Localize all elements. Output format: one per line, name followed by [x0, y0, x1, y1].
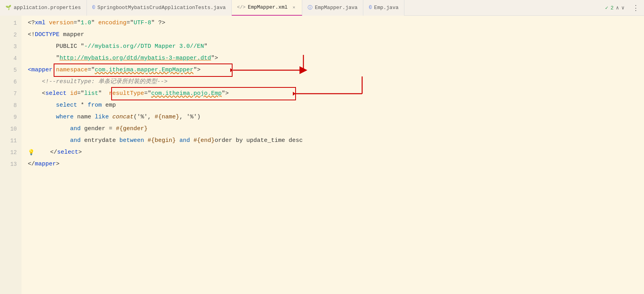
tab-label: application.properties [14, 5, 81, 11]
xml-icon: </> [237, 5, 246, 10]
code-line-5: <mapper namespace="com.itheima.mapper.Em… [28, 64, 644, 76]
line-num-4: 4 [0, 53, 17, 64]
tab-bar: 🌱 application.properties © SpringbootMyb… [0, 0, 644, 16]
code-line-11: and entrydate between #{begin} and #{end… [28, 135, 644, 147]
check-count: 2 [611, 5, 614, 11]
code-line-8: select * from emp [28, 100, 644, 111]
code-line-9: where name like concat('%', #{name}, '%'… [28, 111, 644, 123]
line-num-10: 10 [0, 123, 17, 135]
code-line-2: <!DOCTYPE mapper [28, 29, 644, 41]
c-icon-2: © [369, 5, 372, 11]
tab-empmapper-java[interactable]: ⓘ EmpMapper.java [302, 0, 363, 16]
line-num-2: 2 [0, 29, 17, 41]
line-num-8: 8 [0, 100, 17, 111]
interface-icon: ⓘ [308, 4, 312, 11]
editor-area: 1 2 3 4 5 6 7 8 9 10 11 12 13 <?xml vers… [0, 16, 644, 294]
c-icon: © [92, 5, 95, 11]
code-line-12: 💡 </select> [28, 147, 644, 158]
tab-label: Emp.java [374, 5, 399, 11]
code-line-13: </mapper> [28, 158, 644, 170]
line-num-13: 13 [0, 158, 17, 170]
more-tabs-button[interactable]: ⋮ [628, 4, 644, 12]
line-num-1: 1 [0, 17, 17, 29]
code-line-1: <?xml version="1.0" encoding="UTF-8" ?> [28, 17, 644, 29]
line-num-9: 9 [0, 111, 17, 123]
code-line-3: PUBLIC "-//mybatis.org//DTD Mapper 3.0//… [28, 41, 644, 53]
caret-down-icon[interactable]: ∨ [621, 5, 624, 11]
line-num-7: 7 [0, 88, 17, 100]
code-line-6: <!--resultType: 单条记录所封装的类型--> [28, 76, 644, 88]
tab-label: SpringbootMybatisCrudApplicationTests.ja… [97, 5, 226, 11]
line-num-6: 6 [0, 76, 17, 88]
line-num-5: 5 [0, 64, 17, 76]
checkmark-icon: ✓ [605, 5, 608, 11]
tab-empmapper-xml[interactable]: </> EmpMapper.xml ✕ [232, 0, 303, 16]
leaf-icon: 🌱 [5, 5, 11, 11]
status-check: ✓ 2 ∧ ∨ [605, 0, 624, 16]
line-numbers: 1 2 3 4 5 6 7 8 9 10 11 12 13 [0, 16, 22, 294]
code-line-4: "http://mybatis.org/dtd/mybatis-3-mapper… [28, 53, 644, 64]
line-num-11: 11 [0, 135, 17, 147]
line-num-12: 12 [0, 147, 17, 158]
code-line-10: and gender = #{gender} [28, 123, 644, 135]
tab-springboot-test[interactable]: © SpringbootMybatisCrudApplicationTests.… [87, 0, 232, 16]
tab-application-properties[interactable]: 🌱 application.properties [0, 0, 87, 16]
line-num-3: 3 [0, 41, 17, 53]
tab-label: EmpMapper.java [315, 5, 357, 11]
code-editor[interactable]: <?xml version="1.0" encoding="UTF-8" ?> … [22, 16, 644, 294]
tab-label: EmpMapper.xml [248, 4, 287, 10]
close-tab-button[interactable]: ✕ [292, 4, 297, 10]
caret-up-icon[interactable]: ∧ [616, 5, 619, 11]
code-line-7: <select id="list" resultType="com.itheim… [28, 88, 644, 100]
tab-emp-java[interactable]: © Emp.java [363, 0, 404, 16]
lightbulb-icon[interactable]: 💡 [28, 147, 34, 158]
